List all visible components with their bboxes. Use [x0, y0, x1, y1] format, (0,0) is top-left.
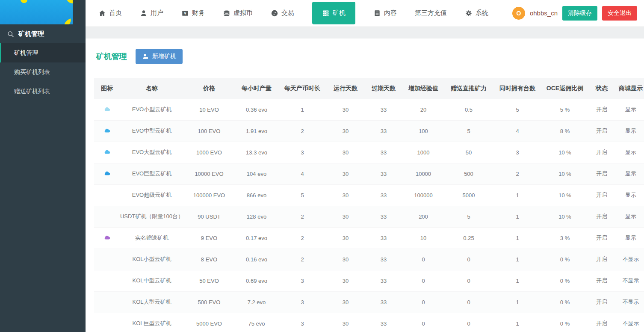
cell-status: 开启 [588, 206, 616, 227]
avatar[interactable]: O [512, 7, 525, 20]
cell-hourly-output: 128 evo [234, 206, 279, 227]
cell-daily-mint-hours: 2 [279, 120, 326, 142]
cell-run-days: 30 [326, 291, 365, 313]
sidebar-item-miner-manage[interactable]: 矿机管理 [0, 43, 86, 62]
nav-item-users[interactable]: 用户 [140, 0, 163, 26]
table-row[interactable]: 实名赠送矿机 9 EVO 0.17 evo 2 30 33 10 0.25 1 … [94, 227, 644, 249]
column-header: 图标 [94, 78, 120, 99]
cell-exp-gain: 20 [402, 99, 445, 120]
cell-status: 开启 [588, 313, 616, 332]
nav-item-trade[interactable]: 交易 [271, 0, 294, 26]
cell-run-days: 30 [326, 206, 365, 227]
column-header: 价格 [184, 78, 234, 99]
leaf-decoration [66, 0, 73, 4]
sidebar-item-bought-miner-list[interactable]: 购买矿机列表 [0, 62, 86, 82]
cell-run-days: 30 [326, 120, 365, 142]
table-row[interactable]: EVO大型云矿机 1000 EVO 13.3 evo 3 30 33 1000 … [94, 142, 644, 163]
table-row[interactable]: KOL中型云矿机 50 EVO 0.69 evo 3 30 33 0 0 1 0… [94, 270, 644, 291]
cell-referral-hashpower: 0.25 [445, 227, 493, 249]
cell-hourly-output: 866 evo [234, 184, 279, 206]
cell-shop-visibility: 不显示 [616, 313, 644, 332]
cell-hourly-output: 1.91 evo [234, 120, 279, 142]
cell-daily-mint-hours: 3 [279, 270, 326, 291]
cell-oce-rebate: 3 % [542, 227, 588, 249]
cell-exp-gain: 100 [402, 120, 445, 142]
cell-status: 开启 [588, 184, 616, 206]
cell-referral-hashpower: 0.5 [445, 99, 493, 120]
sidebar-item-gifted-miner-list[interactable]: 赠送矿机列表 [0, 82, 86, 101]
cell-status: 开启 [588, 291, 616, 313]
cell-name: EVO中型云矿机 [120, 120, 184, 142]
cell-max-owned: 2 [493, 163, 542, 184]
cell-referral-hashpower: 0 [445, 313, 493, 332]
table-row[interactable]: KOL大型云矿机 500 EVO 7.2 evo 3 30 33 0 0 1 0… [94, 291, 644, 313]
table-row[interactable]: EVO中型云矿机 100 EVO 1.91 evo 2 30 33 100 5 … [94, 120, 644, 142]
cell-daily-mint-hours: 2 [279, 249, 326, 270]
logout-button[interactable]: 安全退出 [602, 6, 637, 21]
cell-run-days: 30 [326, 99, 365, 120]
cell-shop-visibility: 不显示 [616, 249, 644, 270]
leaf-decoration [62, 18, 73, 24]
cell-expire-days: 33 [365, 227, 402, 249]
cell-shop-visibility: 不显示 [616, 291, 644, 313]
add-miner-button[interactable]: 新增矿机 [136, 49, 183, 64]
cell-name: KOL巨型云矿机 [120, 313, 184, 332]
clear-cache-button[interactable]: 清除缓存 [562, 6, 597, 21]
miner-type-icon [103, 127, 111, 133]
cell-max-owned: 4 [493, 120, 542, 142]
table-row[interactable]: KOL巨型云矿机 5000 EVO 75 evo 3 30 33 0 0 1 0… [94, 313, 644, 332]
cell-exp-gain: 0 [402, 270, 445, 291]
column-header: 赠送直推矿力 [445, 78, 493, 99]
table-row[interactable]: USDT矿机（限量100台） 90 USDT 128 evo 2 30 33 2… [94, 206, 644, 227]
cell-exp-gain: 200 [402, 206, 445, 227]
admin-app: 矿机管理 矿机管理 购买矿机列表 赠送矿机列表 首页 用户 财务 虚拟币 交易 … [0, 0, 644, 332]
cell-exp-gain: 0 [402, 249, 445, 270]
cell-expire-days: 33 [365, 184, 402, 206]
nav-item-miner[interactable]: 矿机 [312, 2, 355, 24]
cell-status: 开启 [588, 227, 616, 249]
cell-shop-visibility: 显示 [616, 163, 644, 184]
cell-expire-days: 33 [365, 99, 402, 120]
column-header: OCE返佣比例 [542, 78, 588, 99]
cell-daily-mint-hours: 2 [279, 206, 326, 227]
cell-hourly-output: 7.2 evo [234, 291, 279, 313]
cell-exp-gain: 10000 [402, 163, 445, 184]
cell-referral-hashpower: 50 [445, 142, 493, 163]
column-header: 状态 [588, 78, 616, 99]
user-icon [140, 9, 148, 17]
miner-type-icon [103, 149, 111, 154]
nav-item-content[interactable]: 内容 [373, 0, 397, 26]
miner-table: 图标名称价格每小时产量每天产币时长运行天数过期天数增加经验值赠送直推矿力同时拥有… [94, 78, 644, 332]
user-area: O ohbbs_cn 清除缓存 安全退出 [512, 6, 644, 21]
nav-item-finance[interactable]: 财务 [181, 0, 205, 26]
table-row[interactable]: KOL小型云矿机 8 EVO 0.16 evo 2 30 33 0 0 1 0 … [94, 249, 644, 270]
cell-shop-visibility: 显示 [616, 227, 644, 249]
cell-status: 开启 [588, 270, 616, 291]
table-row[interactable]: EVO超级云矿机 100000 EVO 866 evo 5 30 33 1000… [94, 184, 644, 206]
cell-expire-days: 33 [365, 163, 402, 184]
sidebar-section-header: 矿机管理 [0, 24, 86, 43]
leaf-decoration [20, 0, 28, 3]
cell-exp-gain: 0 [402, 313, 445, 332]
cell-shop-visibility: 显示 [616, 206, 644, 227]
nav-item-virtual-coin[interactable]: 虚拟币 [223, 0, 253, 26]
cell-expire-days: 33 [365, 249, 402, 270]
nav-item-home[interactable]: 首页 [98, 0, 122, 26]
table-row[interactable]: EVO小型云矿机 10 EVO 0.36 evo 1 30 33 20 0.5 … [94, 99, 644, 120]
search-icon [7, 30, 15, 38]
cell-run-days: 30 [326, 163, 365, 184]
cell-referral-hashpower: 5 [445, 206, 493, 227]
cell-daily-mint-hours: 2 [279, 227, 326, 249]
cell-run-days: 30 [326, 142, 365, 163]
cell-run-days: 30 [326, 227, 365, 249]
nav-item-system[interactable]: 系统 [465, 0, 488, 26]
nav-item-third-party-recharge[interactable]: 第三方充值 [415, 0, 447, 26]
cell-shop-visibility: 显示 [616, 184, 644, 206]
cell-daily-mint-hours: 4 [279, 163, 326, 184]
cell-run-days: 30 [326, 249, 365, 270]
cell-name: USDT矿机（限量100台） [120, 206, 184, 227]
home-icon [98, 9, 106, 17]
column-header: 同时拥有台数 [493, 78, 542, 99]
table-row[interactable]: EVO巨型云矿机 10000 EVO 104 evo 4 30 33 10000… [94, 163, 644, 184]
cell-oce-rebate: 0 % [542, 313, 588, 332]
